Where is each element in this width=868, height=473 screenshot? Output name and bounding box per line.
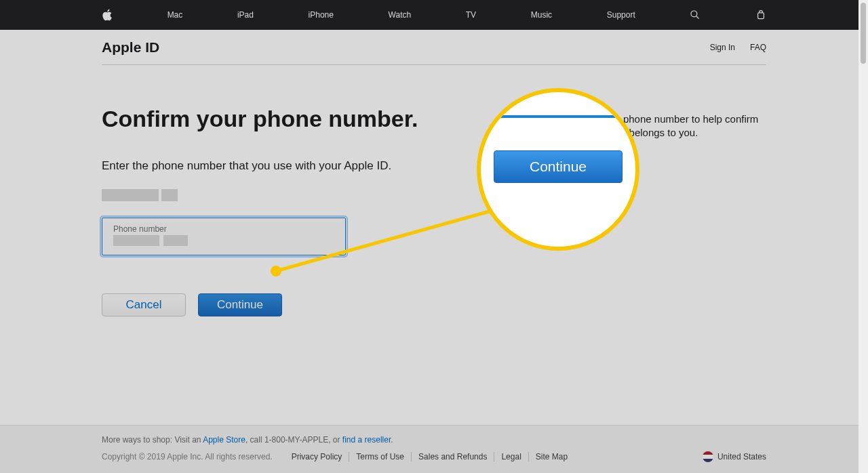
us-flag-icon — [703, 451, 713, 462]
main-content: Confirm your phone number. Enter the pho… — [102, 65, 766, 316]
svg-point-0 — [691, 11, 697, 17]
brand-title: Apple ID — [102, 39, 159, 56]
footer-link-terms[interactable]: Terms of Use — [349, 452, 412, 461]
phone-number-input[interactable]: Phone number — [102, 218, 346, 255]
cancel-button[interactable]: Cancel — [102, 293, 186, 316]
footer-link-legal[interactable]: Legal — [494, 452, 528, 461]
sign-in-link[interactable]: Sign In — [710, 43, 735, 52]
nav-item-watch[interactable]: Watch — [389, 10, 412, 20]
nav-item-tv[interactable]: TV — [466, 10, 476, 20]
magnified-continue-button: Continue — [494, 150, 623, 183]
footer-link-privacy[interactable]: Privacy Policy — [285, 452, 350, 461]
find-reseller-link[interactable]: find a reseller — [342, 435, 391, 445]
instruction-text: Enter the phone number that you use with… — [102, 159, 766, 173]
shopping-bag-icon[interactable] — [755, 9, 766, 21]
apple-store-link[interactable]: Apple Store — [203, 435, 245, 445]
svg-rect-2 — [758, 13, 764, 19]
apple-logo-icon[interactable] — [102, 9, 113, 21]
phone-ending-display — [102, 189, 766, 204]
faq-link[interactable]: FAQ — [750, 43, 766, 52]
phone-number-value — [113, 235, 334, 249]
locale-selector[interactable]: United States — [703, 451, 766, 462]
footer-link-sales[interactable]: Sales and Refunds — [412, 452, 494, 461]
nav-item-mac[interactable]: Mac — [167, 10, 183, 20]
nav-item-iphone[interactable]: iPhone — [309, 10, 334, 20]
annotation-dot — [271, 266, 281, 276]
continue-button[interactable]: Continue — [198, 293, 282, 316]
footer-links: Privacy Policy Terms of Use Sales and Re… — [285, 452, 575, 461]
nav-item-support[interactable]: Support — [607, 10, 635, 20]
footer-link-sitemap[interactable]: Site Map — [529, 452, 574, 461]
global-nav: Mac iPad iPhone Watch TV Music Support — [0, 0, 868, 30]
global-footer: More ways to shop: Visit an Apple Store,… — [0, 425, 868, 473]
nav-item-ipad[interactable]: iPad — [237, 10, 254, 20]
copyright-text: Copyright © 2019 Apple Inc. All rights r… — [102, 452, 273, 461]
nav-item-music[interactable]: Music — [531, 10, 552, 20]
vertical-scrollbar[interactable] — [859, 0, 868, 473]
footer-more-ways: More ways to shop: Visit an Apple Store,… — [102, 435, 766, 445]
annotation-magnifier: Continue — [477, 88, 639, 251]
search-icon[interactable] — [690, 9, 701, 21]
svg-line-1 — [696, 16, 699, 19]
local-header: Apple ID Sign In FAQ — [102, 30, 766, 65]
phone-number-label: Phone number — [113, 224, 334, 234]
